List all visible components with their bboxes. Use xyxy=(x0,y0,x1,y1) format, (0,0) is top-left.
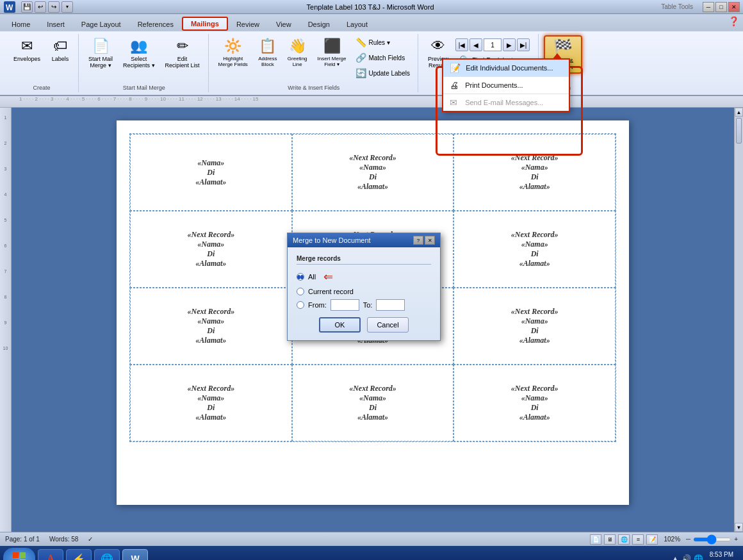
zoom-level: 102% xyxy=(664,536,680,543)
next-record-btn[interactable]: ▶ xyxy=(503,38,516,51)
network-icon[interactable]: 🌐 xyxy=(694,554,703,560)
tab-review[interactable]: Review xyxy=(228,17,268,31)
print-layout-btn[interactable]: 📄 xyxy=(590,534,601,545)
table-tools-label: Table Tools xyxy=(661,3,693,10)
outline-btn[interactable]: ≡ xyxy=(632,534,644,545)
tab-page-layout[interactable]: Page Layout xyxy=(73,17,129,31)
tab-mailings[interactable]: Mailings xyxy=(182,17,228,31)
first-record-btn[interactable]: |◀ xyxy=(455,38,468,51)
label-cell-1-2: «Next Record» «Nama» Di «Alamat» xyxy=(292,134,454,211)
system-tray: ▲ 🔊 🌐 8:53 PM 2/6/2019 xyxy=(665,548,740,560)
send-email-item[interactable]: ✉ Send E-mail Messages... xyxy=(443,94,569,111)
edit-individual-docs-label: Edit Individual Documents... xyxy=(466,64,553,72)
system-clock[interactable]: 8:53 PM 2/6/2019 xyxy=(708,550,733,560)
greeting-line-btn[interactable]: 👋 Greeting Line xyxy=(283,35,312,70)
create-items: ✉ Envelopes 🏷 Labels xyxy=(9,35,74,83)
vertical-scrollbar[interactable]: ▲ ▼ xyxy=(734,108,743,532)
dropdown-arrow-indicator xyxy=(552,53,562,60)
dialog-help-btn[interactable]: ? xyxy=(413,236,423,245)
draft-btn[interactable]: 📝 xyxy=(646,534,658,545)
tab-insert[interactable]: Insert xyxy=(38,17,73,31)
tab-references[interactable]: References xyxy=(129,17,182,31)
from-input[interactable] xyxy=(331,299,359,311)
tab-view[interactable]: View xyxy=(268,17,300,31)
radio-current[interactable] xyxy=(297,288,304,295)
record-number-input[interactable] xyxy=(484,38,502,51)
taskbar-app2[interactable]: ⚡ xyxy=(66,549,92,560)
tray-arrow[interactable]: ▲ xyxy=(671,554,679,560)
envelopes-btn[interactable]: ✉ Envelopes xyxy=(9,35,45,65)
page-info: Page: 1 of 1 xyxy=(5,536,40,543)
edit-recipient-list-btn[interactable]: ✏ Edit Recipient List xyxy=(161,35,204,71)
help-icon[interactable]: ❓ xyxy=(727,14,740,28)
match-fields-icon: 🔗 xyxy=(355,53,366,63)
arrow-indicator: ⇐ xyxy=(323,270,333,284)
start-merge-group-label: Start Mail Merge xyxy=(123,83,165,91)
full-screen-btn[interactable]: 🖥 xyxy=(604,534,616,545)
start-button[interactable] xyxy=(3,548,35,560)
send-email-label: Send E-mail Messages... xyxy=(465,99,543,106)
select-recipients-btn[interactable]: 👥 Select Recipients ▾ xyxy=(118,35,159,71)
ribbon-group-finish: 🏁 Finish & Merge ▾ Finish 📝 Edit Individ… xyxy=(540,34,586,92)
zoom-out-btn[interactable]: ─ xyxy=(686,536,690,543)
ok-button[interactable]: OK xyxy=(319,317,361,333)
taskbar-acrobat[interactable]: A xyxy=(38,549,63,560)
ribbon-content: ✉ Envelopes 🏷 Labels Create 📄 Start Mail… xyxy=(0,31,743,95)
redo-quick-btn[interactable]: ↪ xyxy=(48,1,60,13)
nav-controls: |◀ ◀ ▶ ▶| xyxy=(455,38,534,51)
close-btn[interactable]: ✕ xyxy=(728,2,740,12)
label-field-di-1: Di xyxy=(207,168,215,177)
tab-design[interactable]: Design xyxy=(300,17,338,31)
dialog-title-controls: ? ✕ xyxy=(413,236,435,245)
svg-rect-3 xyxy=(20,552,26,558)
label-field-nama-1: «Nama» xyxy=(197,158,224,168)
tab-layout[interactable]: Layout xyxy=(338,17,376,31)
label-cell-4-3: «Next Record» «Nama» Di «Alamat» xyxy=(453,365,616,441)
zoom-in-btn[interactable]: + xyxy=(734,536,738,543)
merge-records-label: Merge records xyxy=(297,255,431,265)
labels-btn[interactable]: 🏷 Labels xyxy=(46,35,74,65)
main-area: 1 2 3 4 5 6 7 8 9 10 «Nama» Di «Alamat» … xyxy=(0,108,743,532)
scroll-down-btn[interactable]: ▼ xyxy=(735,523,743,532)
document-area: «Nama» Di «Alamat» «Next Record» «Nama» … xyxy=(12,108,734,532)
last-record-btn[interactable]: ▶| xyxy=(517,38,530,51)
cancel-button[interactable]: Cancel xyxy=(367,317,409,333)
status-bar: Page: 1 of 1 Words: 58 ✓ 📄 🖥 🌐 ≡ 📝 102% … xyxy=(0,532,743,546)
print-documents-item[interactable]: 🖨 Print Documents... xyxy=(443,77,569,94)
edit-docs-icon: 📝 xyxy=(450,63,461,73)
status-right: 📄 🖥 🌐 ≡ 📝 102% ─ + xyxy=(590,534,738,545)
radio-from[interactable] xyxy=(297,301,304,309)
volume-icon[interactable]: 🔊 xyxy=(682,554,691,560)
update-labels-btn[interactable]: 🔄 Update Labels xyxy=(352,66,414,80)
rules-btn[interactable]: 📏 Rules ▾ xyxy=(352,35,414,49)
minimize-btn[interactable]: ─ xyxy=(703,2,714,12)
undo-quick-btn[interactable]: ↩ xyxy=(35,1,46,13)
maximize-btn[interactable]: □ xyxy=(715,2,727,12)
zoom-slider[interactable] xyxy=(693,538,731,541)
radio-all[interactable] xyxy=(297,273,304,281)
scroll-up-btn[interactable]: ▲ xyxy=(735,108,743,117)
from-label: From: xyxy=(308,301,327,309)
insert-merge-field-btn[interactable]: ⬛ Insert Merge Field ▾ xyxy=(313,35,351,70)
highlight-merge-fields-btn[interactable]: 🔆 Highlight Merge Fields xyxy=(214,35,252,70)
prev-record-btn[interactable]: ◀ xyxy=(469,38,482,51)
taskbar-chrome[interactable]: 🌐 xyxy=(94,549,120,560)
customize-quick-btn[interactable]: ▾ xyxy=(61,1,73,13)
save-quick-btn[interactable]: 💾 xyxy=(21,1,33,13)
edit-individual-docs-item[interactable]: 📝 Edit Individual Documents... xyxy=(443,60,569,77)
print-docs-label: Print Documents... xyxy=(465,81,523,89)
address-block-btn[interactable]: 📋 Address Block xyxy=(254,35,282,70)
ribbon-group-create: ✉ Envelopes 🏷 Labels Create xyxy=(5,34,79,92)
label-cell-4-1: «Next Record» «Nama» Di «Alamat» xyxy=(130,365,292,441)
taskbar-word[interactable]: W xyxy=(122,549,148,560)
match-fields-btn[interactable]: 🔗 Match Fields xyxy=(352,51,414,65)
web-layout-btn[interactable]: 🌐 xyxy=(618,534,630,545)
tab-home[interactable]: Home xyxy=(3,17,38,31)
envelope-icon: ✉ xyxy=(21,38,33,54)
dialog-close-btn[interactable]: ✕ xyxy=(425,236,435,245)
to-input[interactable] xyxy=(376,299,405,311)
write-insert-group-label: Write & Insert Fields xyxy=(288,83,339,91)
update-labels-icon: 🔄 xyxy=(355,68,366,78)
start-mail-merge-btn[interactable]: 📄 Start Mail Merge ▾ xyxy=(84,35,117,71)
scroll-thumb[interactable] xyxy=(736,118,742,144)
